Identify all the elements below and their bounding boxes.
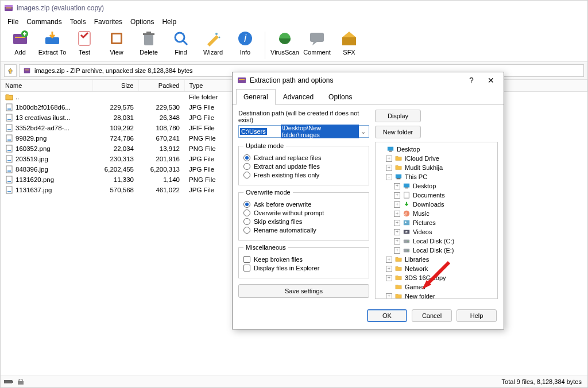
info-button[interactable]: iInfo xyxy=(229,29,261,61)
virusscan-button[interactable]: VirusScan xyxy=(269,29,301,61)
add-button[interactable]: Add xyxy=(4,29,36,61)
tree-expander[interactable]: + xyxy=(394,238,400,245)
tree-expander[interactable]: + xyxy=(386,257,392,263)
destination-label: Destination path (will be created if doe… xyxy=(238,110,369,123)
tab-advanced[interactable]: Advanced xyxy=(276,89,321,105)
folder-icon xyxy=(394,274,403,281)
overwrite-mode-legend: Overwrite mode xyxy=(243,189,293,196)
svg-rect-49 xyxy=(404,184,409,188)
tree-expander[interactable]: + xyxy=(386,275,392,281)
tree-expander[interactable]: + xyxy=(394,220,400,226)
tree-item[interactable]: +3DS 16G copy xyxy=(378,273,495,282)
svg-rect-38 xyxy=(6,187,12,193)
close-button[interactable]: ✕ xyxy=(483,73,499,87)
test-button[interactable]: Test xyxy=(68,29,100,61)
view-button[interactable]: View xyxy=(100,29,133,61)
tree-item[interactable]: +Pictures xyxy=(378,218,495,227)
tab-general[interactable]: General xyxy=(236,89,276,105)
new-folder-button[interactable]: New folder xyxy=(375,126,421,138)
winrar-icon xyxy=(4,3,13,13)
dialog-buttons: OK Cancel Help xyxy=(233,305,504,329)
help-button-bottom[interactable]: Help xyxy=(457,309,497,322)
svg-rect-56 xyxy=(404,239,409,243)
wizard-button[interactable]: Wizard xyxy=(197,29,229,61)
svg-rect-28 xyxy=(6,135,12,142)
delete-button[interactable]: Delete xyxy=(133,29,165,61)
tree-item[interactable]: +Network xyxy=(378,264,495,273)
menu-help[interactable]: Help xyxy=(158,17,180,27)
radio-fresh-only[interactable] xyxy=(243,172,250,179)
tree-item[interactable]: +iCloud Drive xyxy=(378,154,495,163)
find-button[interactable]: Find xyxy=(165,29,197,61)
tab-options[interactable]: Options xyxy=(321,89,359,105)
tree-item[interactable]: +Documents xyxy=(378,191,495,200)
update-mode-group: Update mode Extract and replace files Ex… xyxy=(238,142,369,185)
label-extract-update: Extract and update files xyxy=(254,163,320,170)
tree-expander[interactable]: + xyxy=(394,192,400,199)
tree-item[interactable]: +Local Disk (E:) xyxy=(378,246,495,255)
comment-button[interactable]: Comment xyxy=(301,29,333,61)
col-packed[interactable]: Packed xyxy=(138,80,184,92)
tree-item[interactable]: +Desktop xyxy=(378,181,495,191)
radio-skip-existing[interactable] xyxy=(243,218,250,225)
radio-overwrite-noprompt[interactable] xyxy=(243,209,250,216)
tree-item[interactable]: +Local Disk (C:) xyxy=(378,236,495,246)
save-settings-button[interactable]: Save settings xyxy=(238,284,369,298)
tree-item[interactable]: +Libraries xyxy=(378,255,495,264)
add-icon xyxy=(11,29,29,48)
check-keep-broken[interactable] xyxy=(243,256,250,263)
display-button[interactable]: Display xyxy=(375,110,421,122)
svg-rect-41 xyxy=(12,381,13,383)
tree-item[interactable]: +Videos xyxy=(378,227,495,236)
tree-expander[interactable]: - xyxy=(386,174,392,180)
chevron-down-icon[interactable]: ⌄ xyxy=(359,128,368,135)
svg-rect-40 xyxy=(4,380,12,383)
col-size[interactable]: Size xyxy=(92,80,138,92)
up-button[interactable] xyxy=(4,64,17,77)
pc-icon xyxy=(394,173,403,180)
tree-expander[interactable]: + xyxy=(394,183,400,189)
cancel-button[interactable]: Cancel xyxy=(412,309,452,322)
ok-button[interactable]: OK xyxy=(367,309,407,322)
tree-expander[interactable]: + xyxy=(386,266,392,272)
destination-input[interactable]: C:\Users \Desktop\New folder\images ⌄ xyxy=(238,125,369,138)
radio-extract-replace[interactable] xyxy=(243,154,250,161)
folder-tree[interactable]: Desktop+iCloud Drive+Mudit Sukhija-This … xyxy=(375,142,498,299)
tree-item[interactable]: +New folder xyxy=(378,292,495,299)
menu-favorites[interactable]: Favorites xyxy=(91,17,126,27)
check-display-explorer[interactable] xyxy=(243,265,250,271)
svg-rect-53 xyxy=(404,220,409,226)
lock-icon xyxy=(17,379,25,385)
folder-icon xyxy=(394,155,403,162)
col-name[interactable]: Name xyxy=(1,80,92,92)
tree-expander[interactable]: + xyxy=(394,211,400,217)
radio-extract-update[interactable] xyxy=(243,163,250,170)
help-button[interactable]: ? xyxy=(463,73,479,87)
radio-ask-overwrite[interactable] xyxy=(243,201,250,208)
svg-rect-51 xyxy=(404,192,409,198)
tree-expander[interactable]: + xyxy=(386,293,392,300)
menu-options[interactable]: Options xyxy=(127,17,157,27)
svg-rect-7 xyxy=(79,32,90,45)
tree-label: Pictures xyxy=(413,219,436,226)
sfx-button[interactable]: SFX xyxy=(333,29,365,61)
tree-item[interactable]: +Music xyxy=(378,209,495,218)
tree-item[interactable]: +Downloads xyxy=(378,200,495,209)
menu-commands[interactable]: Commands xyxy=(23,17,65,27)
tree-expander[interactable]: + xyxy=(394,201,400,208)
tree-item[interactable]: Desktop xyxy=(378,145,495,154)
menu-tools[interactable]: Tools xyxy=(67,17,90,27)
menu-file[interactable]: File xyxy=(4,17,22,27)
tree-expander[interactable]: + xyxy=(386,156,392,162)
tree-expander[interactable]: + xyxy=(386,165,392,171)
tree-expander[interactable]: + xyxy=(394,229,400,235)
tree-expander[interactable]: + xyxy=(394,247,400,254)
tree-item[interactable]: -This PC xyxy=(378,172,495,181)
tree-item[interactable]: +Mudit Sukhija xyxy=(378,163,495,172)
toolbar-label: VirusScan xyxy=(270,49,299,56)
tree-item[interactable]: Games xyxy=(378,282,495,292)
radio-rename-auto[interactable] xyxy=(243,227,250,234)
destination-part1: C:\Users xyxy=(240,128,267,135)
disk-icon xyxy=(403,247,411,254)
extract-to-button[interactable]: Extract To xyxy=(36,29,68,61)
